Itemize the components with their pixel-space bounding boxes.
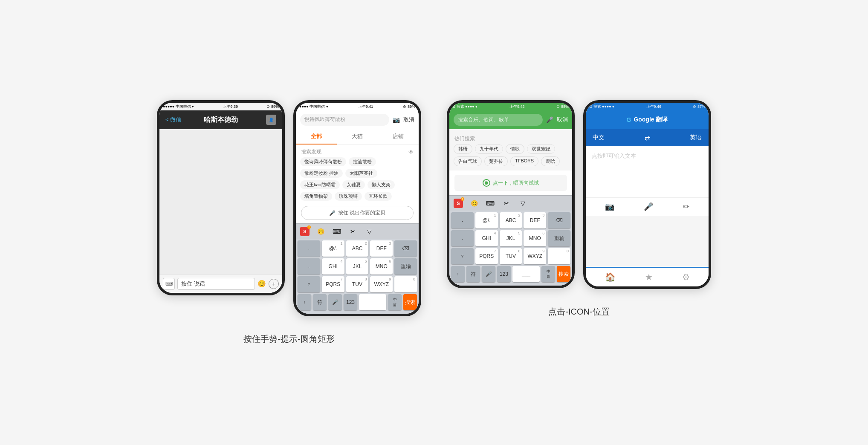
key-exclaim-m[interactable]: ! xyxy=(451,266,465,282)
taobao-search-input[interactable]: 悦诗风吟薄荷散粉 xyxy=(300,114,389,126)
tab-store[interactable]: 店铺 xyxy=(378,129,419,144)
scissors-toolbar-icon-music[interactable]: ✂ xyxy=(501,198,512,208)
key-jkl[interactable]: 5JKL xyxy=(346,258,369,275)
key-abc[interactable]: 2ABC xyxy=(346,240,369,257)
key-mno-m[interactable]: 6MNO xyxy=(524,230,546,246)
key-pqrs[interactable]: 7PQRS xyxy=(322,276,344,292)
emoji-toolbar-icon[interactable]: 😊 xyxy=(315,226,326,237)
taobao-tag[interactable]: 懒人支架 xyxy=(367,180,395,189)
key-comma-m[interactable]: ， xyxy=(451,212,474,228)
pen-icon[interactable]: ✏ xyxy=(683,202,689,211)
tab-all[interactable]: 全部 xyxy=(296,129,337,144)
key-123-m[interactable]: 123 xyxy=(497,266,511,282)
music-tag[interactable]: 双世宠妃 xyxy=(527,144,555,154)
music-tag[interactable]: 韩语 xyxy=(454,144,472,154)
music-cancel-button[interactable]: 取消 xyxy=(557,116,568,124)
keyboard-toolbar-icon-music[interactable]: ⌨ xyxy=(485,198,495,208)
music-mic-icon[interactable]: 🎤 xyxy=(546,116,553,123)
wechat-emoji-button[interactable]: 😊 xyxy=(258,280,266,288)
key-space-m[interactable]: ___ xyxy=(512,266,540,282)
source-lang[interactable]: 中文 xyxy=(593,134,605,142)
key-reset[interactable]: 重输 xyxy=(394,258,417,275)
translate-input-area[interactable]: 点按即可输入文本 xyxy=(586,146,709,197)
music-tag[interactable]: 告白气球 xyxy=(454,156,482,166)
sougou-logo-icon[interactable]: S xyxy=(300,227,310,236)
key-dot-m[interactable]: . xyxy=(451,230,474,246)
key-wxyz-m[interactable]: 9WXYZ xyxy=(524,248,546,264)
key-symbols[interactable]: 符 xyxy=(313,294,327,310)
taobao-tag[interactable]: 控油散粉 xyxy=(349,157,376,166)
key-mic-m[interactable]: 🎤 xyxy=(482,266,495,282)
key-at[interactable]: 1@/. xyxy=(322,240,344,257)
key-123[interactable]: 123 xyxy=(344,294,357,310)
key-tuv[interactable]: 8TUV xyxy=(346,276,369,292)
wechat-plus-button[interactable]: + xyxy=(269,279,279,289)
down-toolbar-icon[interactable]: ▽ xyxy=(364,226,374,237)
taobao-tag[interactable]: 太阳芦荟社 xyxy=(345,169,377,178)
taobao-camera-icon[interactable]: 📷 xyxy=(393,116,400,123)
key-backspace[interactable]: ⌫ xyxy=(394,240,417,257)
taobao-tag[interactable]: 女鞋夏 xyxy=(342,180,365,189)
key-space[interactable]: ___ xyxy=(359,294,386,310)
key-at-m[interactable]: 1@/. xyxy=(475,212,498,228)
sougou-logo-icon-music[interactable]: S xyxy=(454,199,463,208)
swap-lang-button[interactable]: ⇄ xyxy=(645,134,650,142)
down-toolbar-icon-music[interactable]: ▽ xyxy=(518,198,528,208)
taobao-cancel-button[interactable]: 取消 xyxy=(403,116,414,124)
emoji-toolbar-icon-music[interactable]: 😊 xyxy=(469,198,479,208)
key-dot[interactable]: . xyxy=(298,258,320,275)
target-lang[interactable]: 英语 xyxy=(690,134,702,142)
key-chinese[interactable]: 中篇 xyxy=(388,294,402,310)
taobao-voice-button[interactable]: 🎤 按住 说出你要的宝贝 xyxy=(301,206,414,220)
scissors-toolbar-icon[interactable]: ✂ xyxy=(348,226,358,237)
key-backspace-m[interactable]: ⌫ xyxy=(548,212,570,228)
key-question[interactable]: ? xyxy=(298,276,320,292)
key-exclaim[interactable]: ! xyxy=(298,294,311,310)
key-abc-m[interactable]: 2ABC xyxy=(500,212,522,228)
search-discover-title: 搜索发现 👁 xyxy=(296,145,419,157)
key-tuv-m[interactable]: 8TUV xyxy=(500,248,522,264)
settings-nav-icon[interactable]: ⚙ xyxy=(682,272,690,282)
key-chinese-m[interactable]: 中篇 xyxy=(541,266,555,282)
music-search-input[interactable]: 搜索音乐、歌词、歌单 xyxy=(454,114,543,126)
key-wxyz[interactable]: 9WXYZ xyxy=(370,276,393,292)
key-zero[interactable]: 0 xyxy=(394,276,417,292)
key-pqrs-m[interactable]: 7PQRS xyxy=(475,248,498,264)
music-tag[interactable]: 情歌 xyxy=(506,144,524,154)
mic-icon-translate[interactable]: 🎤 xyxy=(644,202,653,211)
music-tag[interactable]: 九十年代 xyxy=(475,144,503,154)
taobao-tag[interactable]: 珍珠项链 xyxy=(335,192,362,201)
taobao-tag[interactable]: 耳环长款 xyxy=(365,192,392,201)
key-comma[interactable]: ， xyxy=(298,240,320,257)
key-question-m[interactable]: ? xyxy=(451,248,474,264)
key-ghi[interactable]: 4GHI xyxy=(322,258,344,275)
key-mic[interactable]: 🎤 xyxy=(328,294,342,310)
music-tag[interactable]: 楚乔传 xyxy=(484,156,508,166)
taobao-tag[interactable]: 悦诗风吟薄荷散粉 xyxy=(300,157,346,166)
key-ghi-m[interactable]: 4GHI xyxy=(475,230,498,246)
music-tag[interactable]: TFBOYS xyxy=(510,156,538,166)
key-reset-m[interactable]: 重输 xyxy=(548,230,570,246)
music-tag[interactable]: 鹿晗 xyxy=(541,156,560,166)
wechat-voice-button[interactable]: 按住 说话 xyxy=(177,278,255,290)
taobao-tag[interactable]: 墙角置物架 xyxy=(300,192,332,201)
favorites-nav-icon[interactable]: ★ xyxy=(645,272,653,282)
key-def[interactable]: 3DEF xyxy=(370,240,393,257)
keyboard-toolbar-icon[interactable]: ⌨ xyxy=(332,226,342,237)
translate-lang-bar: 中文 ⇄ 英语 xyxy=(586,129,709,146)
key-def-m[interactable]: 3DEF xyxy=(524,212,546,228)
key-mno[interactable]: 6MNO xyxy=(370,258,393,275)
wechat-keyboard-icon[interactable]: ⌨ xyxy=(163,278,175,290)
taobao-tag[interactable]: 散粉定妆粉 控油 xyxy=(300,169,343,178)
wechat-back-button[interactable]: < 微信 xyxy=(165,116,181,124)
key-symbols-m[interactable]: 符 xyxy=(466,266,480,282)
tab-tmall[interactable]: 天猫 xyxy=(337,129,378,144)
key-jkl-m[interactable]: 5JKL xyxy=(500,230,522,246)
taobao-tag[interactable]: 花王kao防晒霜 xyxy=(300,180,340,189)
key-zero-m[interactable]: 0 xyxy=(548,248,570,264)
music-record-button[interactable]: ⏺ 点一下，唱两句试试 xyxy=(454,175,567,191)
camera-icon[interactable]: 📷 xyxy=(605,202,614,211)
key-search[interactable]: 搜索 xyxy=(403,294,417,310)
home-nav-icon[interactable]: 🏠 xyxy=(605,272,616,282)
key-search-m[interactable]: 搜索 xyxy=(557,266,570,282)
